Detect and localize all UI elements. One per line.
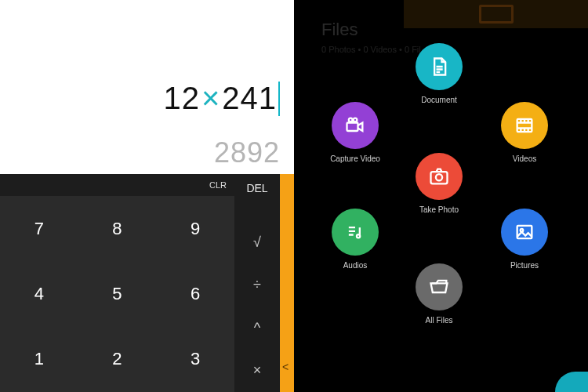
document-icon	[416, 43, 463, 90]
svg-point-6	[357, 234, 360, 238]
image-icon	[501, 209, 548, 256]
option-label: Document	[408, 96, 470, 104]
files-panel: Files 0 Photos • 0 Videos • 0 Fil Docume…	[294, 0, 588, 392]
expression-left: 12	[163, 81, 200, 116]
music-list-icon	[332, 209, 379, 256]
operator-column: DEL √ ÷ ^ ×	[234, 174, 280, 392]
option-label: Take Photo	[408, 205, 470, 214]
option-label: Audios	[324, 261, 387, 270]
folder-open-icon	[416, 263, 463, 310]
option-label: Pictures	[493, 261, 556, 270]
key-9[interactable]: 9	[156, 196, 234, 261]
option-pictures[interactable]: Pictures	[493, 209, 556, 270]
calculator-panel: 12 × 241 2892 CLR 7 8 9 4 5 6 1 2 3 DEL …	[0, 0, 294, 392]
key-8[interactable]: 8	[78, 196, 157, 261]
folder-icon	[479, 5, 514, 24]
divide-button[interactable]: ÷	[234, 264, 280, 307]
chevron-left-icon: <	[282, 361, 289, 373]
key-4[interactable]: 4	[0, 261, 78, 326]
option-audios[interactable]: Audios	[324, 209, 387, 270]
option-take-photo[interactable]: Take Photo	[408, 153, 470, 214]
option-label: Videos	[493, 154, 556, 163]
multiply-button[interactable]: ×	[234, 350, 280, 393]
key-2[interactable]: 2	[78, 327, 157, 392]
files-subtitle: 0 Photos • 0 Videos • 0 Fil	[321, 45, 421, 54]
fab-button[interactable]	[555, 372, 588, 392]
expression-right: 241	[222, 81, 277, 116]
files-title: Files	[321, 20, 358, 40]
key-5[interactable]: 5	[78, 261, 157, 326]
option-label: Capture Video	[324, 154, 387, 163]
film-icon	[501, 102, 548, 149]
delete-button[interactable]: DEL	[234, 174, 280, 221]
number-pad: CLR 7 8 9 4 5 6 1 2 3	[0, 174, 234, 392]
option-all-files[interactable]: All Files	[408, 263, 470, 325]
option-document[interactable]: Document	[408, 43, 470, 104]
svg-point-1	[349, 118, 353, 122]
key-6[interactable]: 6	[156, 261, 234, 326]
expand-panel-button[interactable]: <	[280, 174, 294, 392]
operator-symbol: ×	[200, 81, 222, 116]
caret-button[interactable]: ^	[234, 307, 280, 350]
video-camera-icon	[332, 102, 379, 149]
expression: 12 × 241	[163, 81, 280, 116]
option-capture-video[interactable]: Capture Video	[324, 102, 387, 163]
input-cursor	[278, 82, 280, 116]
key-7[interactable]: 7	[0, 196, 78, 261]
camera-icon	[416, 153, 463, 200]
option-videos[interactable]: Videos	[493, 102, 556, 163]
svg-point-5	[436, 174, 442, 180]
sqrt-button[interactable]: √	[234, 221, 280, 264]
key-3[interactable]: 3	[156, 327, 234, 392]
clear-button[interactable]: CLR	[0, 174, 234, 196]
result: 2892	[214, 136, 280, 169]
key-1[interactable]: 1	[0, 327, 78, 392]
svg-point-2	[354, 118, 358, 122]
keypad-area: CLR 7 8 9 4 5 6 1 2 3 DEL √ ÷ ^ × <	[0, 174, 294, 392]
background-card	[404, 0, 588, 28]
svg-rect-7	[517, 226, 532, 238]
calculator-display: 12 × 241 2892	[0, 0, 294, 174]
option-label: All Files	[408, 316, 470, 325]
svg-rect-0	[347, 123, 358, 132]
